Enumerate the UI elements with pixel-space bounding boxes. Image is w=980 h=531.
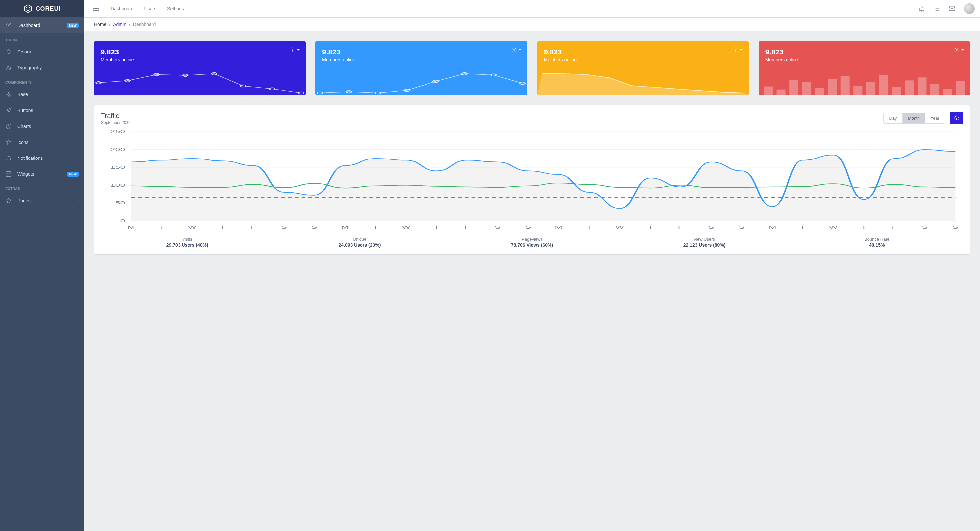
download-button[interactable] [950,112,963,124]
svg-text:50: 50 [115,201,125,205]
svg-text:S: S [495,225,501,229]
card-settings-button[interactable] [512,47,521,52]
nav-label: Colors [17,49,30,54]
footer-stat-value: 40.15% [791,242,963,248]
card-settings-button[interactable] [733,47,743,52]
nav-section-title: THEME [0,33,84,44]
sidebar-item-buttons[interactable]: Buttons‹ [0,102,84,118]
bell-icon[interactable] [918,5,925,12]
svg-point-22 [956,49,958,51]
envelope-icon[interactable] [949,5,955,12]
svg-text:100: 100 [110,183,125,188]
caret-down-icon [297,49,299,51]
svg-rect-26 [802,83,811,95]
typography-icon [5,64,12,71]
footer-stat-value: 29.703 Users (40%) [101,242,274,248]
list-icon[interactable] [934,5,940,12]
sidebar-item-pages[interactable]: Pages‹ [0,193,84,209]
cloud-download-icon [953,115,959,121]
footer-stat-value: 22.123 Users (80%) [618,242,791,248]
stat-value: 9.823 [101,48,299,57]
sidebar: COREUI DashboardNEWTHEME Colors Typograp… [0,0,84,531]
stat-card-danger: 9.823 Members online [759,41,970,95]
svg-text:M: M [128,225,135,229]
mini-chart [537,72,749,95]
caret-down-icon [961,49,964,51]
svg-rect-37 [943,89,952,95]
nav-label: Notifications [17,156,43,161]
header-nav-settings[interactable]: Settings [167,6,184,11]
mini-chart [759,72,970,95]
svg-text:S: S [525,225,531,229]
nav-section-title: COMPONENTS [0,76,84,86]
svg-rect-23 [764,87,773,95]
sidebar-item-typography[interactable]: Typography [0,60,84,76]
svg-rect-33 [892,87,901,95]
sidebar-item-dashboard[interactable]: DashboardNEW [0,17,84,33]
card-settings-button[interactable] [290,47,299,52]
traffic-chart: 050100150200250MTWTFSSMTWTFSSMTWTFSSMTWT… [94,125,970,231]
breadcrumb: Home / Admin / Dashboard [84,17,980,31]
footer-stat-label: Pageviews [446,237,618,242]
svg-text:T: T [586,225,592,229]
nav-label: Typography [17,65,41,70]
range-day-button[interactable]: Day [884,113,902,123]
svg-rect-35 [918,78,926,95]
gear-icon [512,47,517,52]
stat-label: Members online [322,57,520,62]
svg-text:0: 0 [120,219,125,223]
header-nav-dashboard[interactable]: Dashboard [111,6,134,11]
nav-label: Base [17,92,28,97]
svg-text:M: M [341,225,349,229]
chevron-left-icon: ‹ [78,92,79,96]
menu-icon [93,6,99,11]
sidebar-item-notifications[interactable]: Notifications‹ [0,150,84,166]
footer-stat-value: 24.093 Users (20%) [274,242,446,248]
traffic-subtitle: September 2019 [101,120,130,125]
svg-rect-1 [6,172,11,177]
footer-stat-label: New Users [618,237,791,242]
widgets-icon [5,171,12,177]
brand-logo-icon [23,4,33,13]
header-nav-users[interactable]: Users [144,6,157,11]
svg-rect-27 [815,88,824,95]
sidebar-item-base[interactable]: Base‹ [0,86,84,102]
svg-text:S: S [708,225,714,229]
svg-rect-34 [905,80,914,95]
svg-text:T: T [861,225,867,229]
footer-stat: Bounce Rate 40.15% [791,237,963,248]
range-year-button[interactable]: Year [926,113,945,123]
svg-text:T: T [220,225,226,229]
nav-label: Dashboard [17,22,40,28]
sidebar-item-icons[interactable]: Icons‹ [0,134,84,150]
range-month-button[interactable]: Month [902,113,926,123]
breadcrumb-home[interactable]: Home [94,22,107,27]
brand-text: COREUI [35,5,60,12]
nav-section-title: EXTRAS [0,182,84,193]
card-settings-button[interactable] [955,47,964,52]
sidebar-item-widgets[interactable]: WidgetsNEW [0,166,84,182]
gear-icon [733,47,738,52]
nav-badge: NEW [67,172,79,177]
charts-icon [5,123,12,130]
chevron-left-icon: ‹ [78,108,79,112]
footer-stat-label: Visits [101,237,274,242]
sidebar-item-charts[interactable]: Charts [0,118,84,134]
sidebar-toggle-button[interactable] [89,4,103,14]
svg-rect-31 [866,82,875,95]
base-icon [5,91,12,98]
svg-rect-38 [956,81,965,95]
svg-text:S: S [922,225,928,229]
avatar[interactable] [964,3,975,14]
sidebar-item-colors[interactable]: Colors [0,44,84,60]
stat-value: 9.823 [765,48,963,57]
svg-text:S: S [312,225,317,229]
svg-text:S: S [952,225,958,229]
footer-stat-value: 78.706 Views (60%) [446,242,618,248]
svg-rect-32 [879,75,888,95]
mini-chart [315,72,527,95]
brand[interactable]: COREUI [0,0,84,17]
nav-badge: NEW [67,23,79,28]
breadcrumb-admin[interactable]: Admin [113,22,126,27]
svg-text:W: W [615,225,624,229]
